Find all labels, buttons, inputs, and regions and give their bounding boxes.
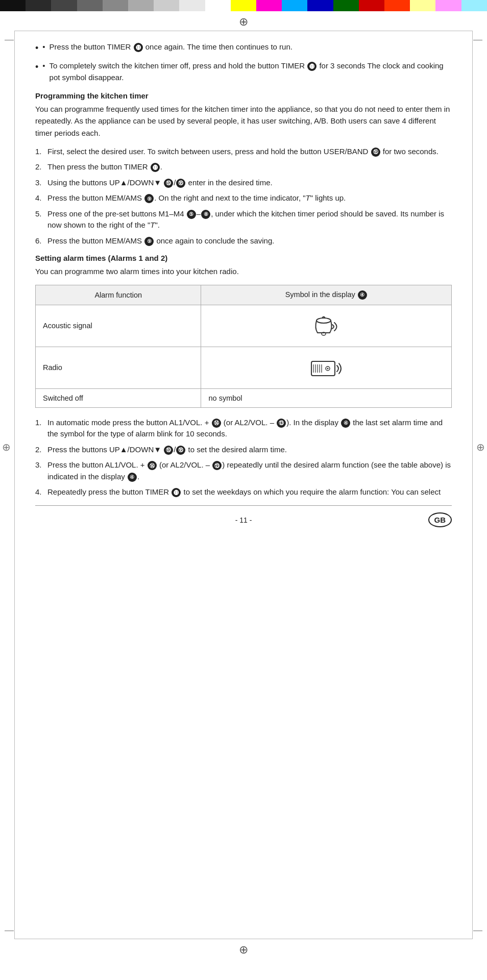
section2-para: You can programme two alarm times into y… [35, 265, 452, 277]
step-1: 1. First, select the desired user. To sw… [35, 146, 452, 158]
badge-8: ⑧ [201, 210, 210, 219]
page-frame: — — — — • Press the button TIMER ⓫ once … [14, 31, 473, 939]
badge-9: ⑨ [144, 194, 154, 203]
badge-11c: ⓫ [151, 163, 160, 172]
step-text-5: Press one of the pre-set buttons M1–M4 ⑤… [47, 208, 452, 231]
corner-br: — [473, 925, 482, 936]
badge-18: ⑱ [176, 179, 185, 188]
badge-9b: ⑨ [144, 237, 154, 246]
page-number: - 11 - [235, 516, 252, 524]
step2-num-3: 3. [35, 459, 44, 482]
step-5: 5. Press one of the pre-set buttons M1–M… [35, 208, 452, 231]
bottom-reg-mark: ⊕ [0, 943, 487, 957]
corner-tr: — [473, 34, 482, 45]
badge-14: ⑭ [212, 419, 221, 428]
step-3: 3. Using the buttons UP▲/DOWN▼ ⑲/⑱ enter… [35, 177, 452, 189]
table-row-radio: Radio [36, 347, 452, 388]
bullet-text-2: To completely switch the kitchen timer o… [50, 60, 452, 83]
step2-text-1: In automatic mode press the button AL1/V… [47, 417, 452, 440]
table-cell-acoustic-label: Acoustic signal [36, 305, 201, 347]
badge-5: ⑤ [187, 210, 196, 219]
step-num-3: 3. [35, 177, 44, 189]
step2-3: 3. Press the button AL1/VOL. + ⑭ (or AL2… [35, 459, 452, 482]
top-reg-mark: ⊕ [0, 15, 487, 29]
step-num-6: 6. [35, 235, 44, 247]
footer-divider [35, 505, 452, 506]
step2-num-2: 2. [35, 444, 44, 456]
badge-14b: ⑭ [148, 461, 157, 470]
step-text-2: Then press the button TIMER ⓫. [47, 161, 162, 173]
badge-19b: ⑲ [164, 446, 173, 455]
badge-11b: ⓫ [307, 62, 316, 71]
badge-19: ⑲ [164, 179, 173, 188]
page-content: • Press the button TIMER ⓫ once again. T… [35, 41, 452, 524]
badge-13: ⑬ [277, 419, 286, 428]
badge-4: ④ [358, 290, 367, 300]
bullet-item-2: • To completely switch the kitchen timer… [35, 60, 452, 83]
step2-4: 4. Repeatedly press the button TIMER ⓫ t… [35, 486, 452, 498]
step-num-2: 2. [35, 161, 44, 173]
svg-rect-3 [311, 361, 335, 376]
bullet-item-1: • Press the button TIMER ⓫ once again. T… [35, 41, 452, 55]
numbered-list-2: 1. In automatic mode press the button AL… [35, 417, 452, 498]
alarm-table: Alarm function Symbol in the display ④ A… [35, 285, 452, 408]
corner-tl: — [5, 34, 14, 45]
step-4: 4. Press the button MEM/AMS ⑨. On the ri… [35, 192, 452, 204]
step-text-1: First, select the desired user. To switc… [47, 146, 439, 158]
step2-1: 1. In automatic mode press the button AL… [35, 417, 452, 440]
color-bar [0, 0, 487, 11]
section2-heading: Setting alarm times (Alarms 1 and 2) [35, 254, 452, 262]
step-text-4: Press the button MEM/AMS ⑨. On the right… [47, 192, 346, 204]
step-num-4: 4. [35, 192, 44, 204]
table-row-acoustic: Acoustic signal [36, 305, 452, 347]
step2-text-3: Press the button AL1/VOL. + ⑭ (or AL2/VO… [47, 459, 452, 482]
step-num-1: 1. [35, 146, 44, 158]
badge-4b: ④ [341, 419, 350, 428]
step2-text-4: Repeatedly press the button TIMER ⓫ to s… [47, 486, 441, 498]
table-cell-radio-symbol [201, 347, 452, 388]
bullet-marker: • [42, 41, 45, 55]
table-cell-acoustic-symbol [201, 305, 452, 347]
step2-num-1: 1. [35, 417, 44, 440]
step2-2: 2. Press the buttons UP▲/DOWN▼ ⑲/⑱ to se… [35, 444, 452, 456]
numbered-list-1: 1. First, select the desired user. To sw… [35, 146, 452, 247]
table-cell-off-label: Switched off [36, 388, 201, 407]
table-header-1: Alarm function [36, 285, 201, 305]
page-footer: - 11 - GB [35, 516, 452, 524]
bullet-text-1: Press the button TIMER ⓫ once again. The… [50, 41, 293, 55]
badge-15: ⑮ [371, 148, 380, 157]
svg-point-0 [316, 318, 331, 323]
step-2: 2. Then press the button TIMER ⓫. [35, 161, 452, 173]
step2-num-4: 4. [35, 486, 44, 498]
step-text-3: Using the buttons UP▲/DOWN▼ ⑲/⑱ enter in… [47, 177, 273, 189]
badge-18b: ⑱ [176, 446, 185, 455]
right-reg-mark: ⊕ [476, 441, 485, 453]
badge-11d: ⓫ [172, 488, 181, 497]
step-6: 6. Press the button MEM/AMS ⑨ once again… [35, 235, 452, 247]
badge-13b: ⑬ [212, 461, 222, 470]
table-row-off: Switched off no symbol [36, 388, 452, 407]
section1-heading: Programming the kitchen timer [35, 91, 452, 100]
badge-4c: ④ [128, 473, 137, 482]
acoustic-signal-icon [308, 310, 344, 340]
table-cell-off-symbol: no symbol [201, 388, 452, 407]
svg-point-10 [327, 368, 329, 369]
bullet-list: • Press the button TIMER ⓫ once again. T… [35, 41, 452, 83]
step2-text-2: Press the buttons UP▲/DOWN▼ ⑲/⑱ to set t… [47, 444, 287, 456]
step-num-5: 5. [35, 208, 44, 231]
left-reg-mark: ⊕ [2, 441, 11, 453]
gb-badge: GB [428, 512, 452, 527]
radio-icon [308, 352, 344, 382]
section1-para: You can programme frequently used times … [35, 103, 452, 139]
badge-11: ⓫ [134, 43, 143, 52]
bullet-marker-2: • [42, 60, 45, 83]
table-cell-radio-label: Radio [36, 347, 201, 388]
corner-bl: — [5, 925, 14, 936]
step-text-6: Press the button MEM/AMS ⑨ once again to… [47, 235, 274, 247]
table-header-2: Symbol in the display ④ [201, 285, 452, 305]
